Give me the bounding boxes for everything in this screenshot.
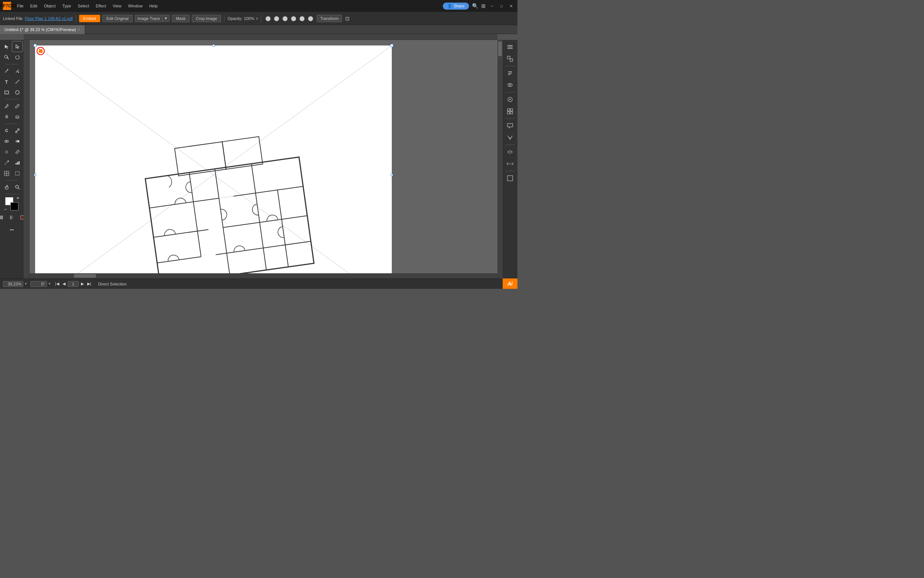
grid-icon[interactable]: ⊞ <box>481 3 485 9</box>
zoom-tool[interactable] <box>12 182 23 192</box>
edit-original-button[interactable]: Edit Original <box>102 15 133 22</box>
horizontal-scroll-thumb[interactable] <box>74 274 96 278</box>
panel-align-icon[interactable] <box>505 68 516 79</box>
mesh-tool[interactable] <box>2 147 12 157</box>
tab-close-button[interactable]: × <box>78 28 80 31</box>
menu-file[interactable]: File <box>14 3 27 9</box>
minimize-button[interactable]: ─ <box>489 3 495 9</box>
handle-left-mid[interactable] <box>34 174 36 176</box>
handle-top-mid[interactable] <box>212 44 215 47</box>
image-trace-button[interactable]: Image Trace <box>135 15 162 22</box>
slice-tool[interactable] <box>2 168 12 179</box>
shape-builder-tool[interactable] <box>2 136 12 146</box>
reset-colors-icon[interactable]: ↩ <box>5 208 7 211</box>
rectangle-tool[interactable] <box>2 87 12 97</box>
horizontal-scrollbar[interactable] <box>29 273 497 278</box>
swap-colors-icon[interactable]: ⇄ <box>17 196 19 200</box>
handle-top-right[interactable] <box>390 44 393 47</box>
vertical-scroll-thumb[interactable] <box>498 41 502 56</box>
align-center-icon[interactable]: ⬤ <box>273 15 280 21</box>
magic-wand-tool[interactable] <box>2 52 12 62</box>
panel-libraries-icon[interactable] <box>505 106 516 117</box>
direct-selection-tool[interactable] <box>12 41 23 52</box>
crop-image-button[interactable]: Crop Image <box>192 15 221 22</box>
embed-button[interactable]: Embed <box>79 15 100 22</box>
align-right-icon[interactable]: ⬤ <box>281 15 289 21</box>
next-page-button[interactable]: ▶ <box>80 281 85 287</box>
menu-object[interactable]: Object <box>41 3 59 9</box>
background-color[interactable] <box>10 202 18 210</box>
lasso-tool[interactable] <box>12 52 23 62</box>
zoom-arrow[interactable]: ▼ <box>24 282 28 286</box>
rotation-value[interactable]: 0° <box>30 281 47 287</box>
column-graph-tool[interactable] <box>12 157 23 168</box>
mask-button[interactable]: Mask <box>172 15 189 22</box>
menu-help[interactable]: Help <box>146 3 161 9</box>
panel-pathfinder-icon[interactable] <box>505 80 516 91</box>
file-name-link[interactable]: Floor Plan 1 100 A2 v1.pdf <box>25 16 73 21</box>
handle-right-mid[interactable] <box>391 174 393 176</box>
fill-icon[interactable] <box>0 212 6 222</box>
ellipse-tool[interactable] <box>12 87 23 97</box>
menu-window[interactable]: Window <box>125 3 146 9</box>
warp-icon[interactable]: ⊡ <box>344 15 351 22</box>
close-button[interactable]: ✕ <box>508 3 515 9</box>
panel-expand-icon[interactable] <box>505 173 516 184</box>
panel-appearance-icon[interactable] <box>505 94 516 105</box>
none-icon[interactable] <box>17 212 24 222</box>
pen-tool[interactable] <box>2 66 12 76</box>
opacity-value[interactable]: 100% <box>244 16 254 21</box>
handle-top-left[interactable] <box>34 44 37 47</box>
transform-button[interactable]: Transform <box>317 15 342 22</box>
eyedropper-tool[interactable] <box>12 147 23 157</box>
svg-rect-47 <box>17 162 18 164</box>
zoom-value[interactable]: 39.23% <box>3 281 23 287</box>
add-anchor-tool[interactable] <box>12 66 23 76</box>
panel-transform-icon[interactable] <box>505 53 516 64</box>
align-left-icon[interactable]: ⬤ <box>264 15 272 21</box>
canvas-area[interactable] <box>29 40 497 278</box>
maximize-button[interactable]: □ <box>498 3 505 9</box>
rotation-arrow[interactable]: ▼ <box>48 282 51 286</box>
svg-rect-61 <box>508 48 513 49</box>
blob-brush-tool[interactable] <box>2 112 12 122</box>
prev-page-button[interactable]: ◀ <box>61 281 66 287</box>
vertical-scrollbar[interactable] <box>497 40 503 278</box>
opacity-more-icon[interactable]: > <box>256 16 258 21</box>
panel-comments-icon[interactable] <box>505 120 516 131</box>
page-number[interactable]: 1 <box>68 281 79 287</box>
scale-tool[interactable] <box>12 125 23 136</box>
align-top-icon[interactable]: ⬤ <box>290 15 298 21</box>
document-tab[interactable]: Untitled-1* @ 39.23 % (CMYK/Preview) × <box>0 25 85 34</box>
menu-edit[interactable]: Edit <box>28 3 40 9</box>
panel-links-icon[interactable] <box>505 158 516 169</box>
blend-tool[interactable] <box>2 157 12 168</box>
hand-tool[interactable] <box>2 182 12 192</box>
menu-effect[interactable]: Effect <box>93 3 109 9</box>
paintbrush-tool[interactable] <box>2 101 12 111</box>
last-page-button[interactable]: ▶| <box>86 281 92 287</box>
panel-sep-5 <box>505 171 515 171</box>
rotate-tool[interactable] <box>2 125 12 136</box>
gradient-tool[interactable] <box>12 136 23 146</box>
panel-warp-icon[interactable] <box>505 146 516 157</box>
menu-view[interactable]: View <box>110 3 125 9</box>
menu-type[interactable]: Type <box>60 3 74 9</box>
align-bottom-icon[interactable]: ⬤ <box>307 15 314 21</box>
eraser-tool[interactable] <box>12 112 23 122</box>
type-tool[interactable]: T <box>2 76 12 87</box>
share-button[interactable]: 👤 Share <box>443 3 469 10</box>
panel-properties-icon[interactable] <box>505 41 516 52</box>
artboard-tool[interactable] <box>12 168 23 179</box>
align-middle-icon[interactable]: ⬤ <box>298 15 306 21</box>
image-trace-arrow[interactable]: ▼ <box>162 15 170 22</box>
menu-select[interactable]: Select <box>74 3 92 9</box>
search-icon[interactable]: 🔍 <box>472 3 478 9</box>
panel-type-icon[interactable] <box>505 132 516 143</box>
gradient-box-icon[interactable] <box>6 212 17 222</box>
pencil-tool[interactable] <box>12 101 23 111</box>
more-tools-button[interactable]: ••• <box>6 224 17 235</box>
line-tool[interactable] <box>12 76 23 87</box>
selection-tool[interactable] <box>2 41 12 52</box>
first-page-button[interactable]: |◀ <box>54 281 60 287</box>
